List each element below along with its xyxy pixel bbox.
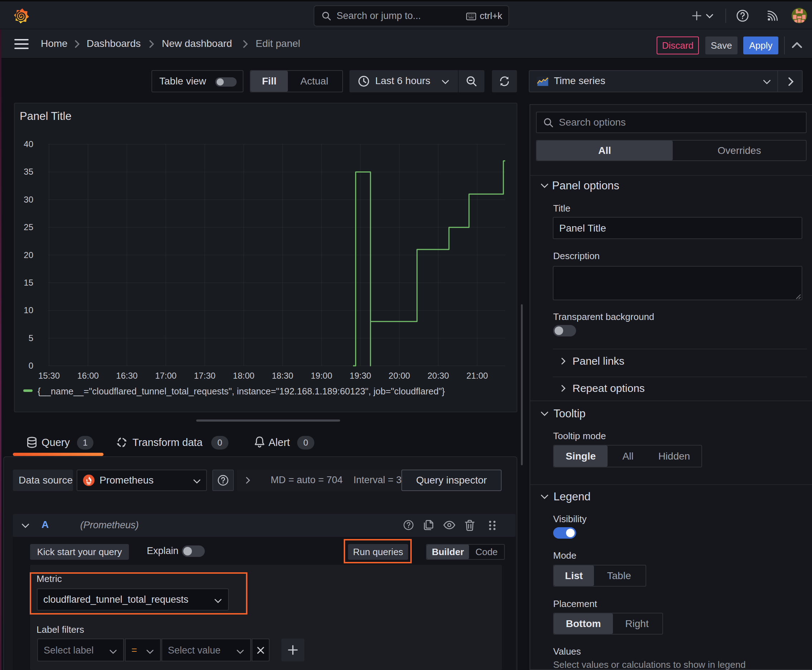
svg-text:18:00: 18:00 — [233, 371, 254, 381]
svg-text:20:30: 20:30 — [427, 371, 449, 381]
svg-text:5: 5 — [29, 333, 33, 343]
svg-text:40: 40 — [24, 139, 33, 149]
svg-text:18:30: 18:30 — [272, 371, 293, 381]
svg-text:35: 35 — [24, 167, 33, 176]
svg-text:19:00: 19:00 — [311, 371, 332, 381]
svg-text:15: 15 — [24, 278, 33, 288]
svg-text:20: 20 — [24, 250, 33, 260]
svg-text:17:30: 17:30 — [194, 371, 215, 381]
svg-text:21:00: 21:00 — [466, 371, 488, 381]
svg-text:19:30: 19:30 — [350, 371, 371, 381]
svg-text:{__name__="cloudflared_tunnel_: {__name__="cloudflared_tunnel_total_requ… — [37, 386, 445, 396]
svg-text:25: 25 — [24, 222, 33, 232]
svg-text:16:30: 16:30 — [116, 371, 137, 381]
svg-text:10: 10 — [24, 305, 33, 315]
svg-text:0: 0 — [29, 361, 33, 371]
svg-text:16:00: 16:00 — [77, 371, 99, 381]
svg-text:15:30: 15:30 — [38, 371, 60, 381]
svg-text:17:00: 17:00 — [155, 371, 176, 381]
svg-text:30: 30 — [24, 195, 33, 205]
svg-text:20:00: 20:00 — [388, 371, 410, 381]
